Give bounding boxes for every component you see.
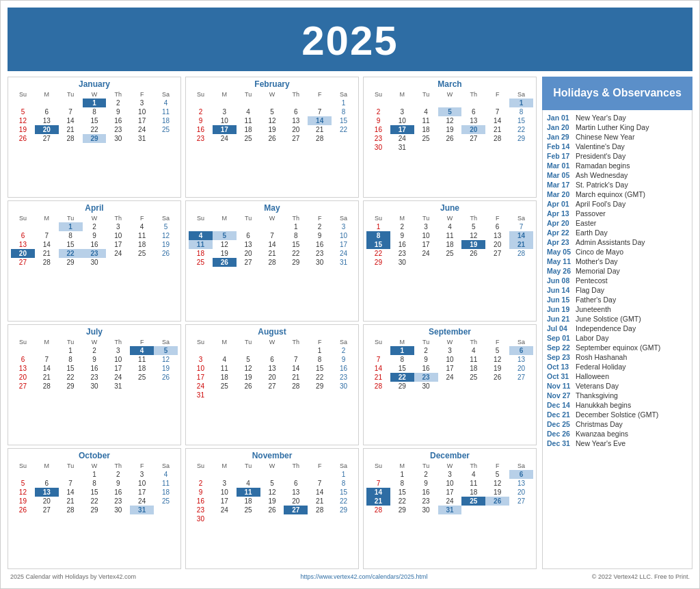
calendar-day: 10 bbox=[414, 231, 438, 240]
calendar-day: 25 bbox=[130, 373, 154, 382]
calendar-day: 8 bbox=[308, 355, 332, 364]
calendar-day bbox=[461, 258, 485, 267]
calendar-day: 9 bbox=[83, 231, 107, 240]
calendar-day bbox=[461, 506, 485, 514]
weekday-header: M bbox=[213, 214, 237, 222]
calendar-day: 20 bbox=[237, 249, 260, 258]
holiday-name: Halloween bbox=[576, 372, 609, 380]
calendar-day: 2 bbox=[332, 346, 355, 355]
holiday-date: Oct 13 bbox=[547, 363, 573, 371]
month-block-june: JuneSuMTuWThFSa1234567891011121314151617… bbox=[363, 200, 537, 322]
calendar-day: 23 bbox=[390, 249, 414, 258]
calendar-day: 5 bbox=[11, 479, 35, 488]
calendar-day: 8 bbox=[366, 231, 390, 240]
calendar-day: 3 bbox=[213, 479, 237, 488]
month-block-march: MarchSuMTuWThFSa123456789101112131415161… bbox=[363, 77, 537, 198]
calendar-day: 14 bbox=[308, 116, 332, 125]
footer-link[interactable]: https://www.vertex42.com/calendars/2025.… bbox=[300, 573, 427, 580]
holiday-entry: Apr 01April Fool's Day bbox=[547, 199, 688, 209]
calendar-day: 18 bbox=[130, 364, 154, 373]
calendar-day: 25 bbox=[213, 382, 237, 391]
weekday-header: W bbox=[438, 462, 462, 470]
weekday-header: F bbox=[130, 214, 154, 222]
calendar-day: 25 bbox=[461, 497, 485, 506]
calendar-day: 23 bbox=[83, 249, 107, 258]
calendar-day: 12 bbox=[260, 488, 284, 497]
month-table: SuMTuWThFSa12345678910111213141516171819… bbox=[11, 214, 178, 267]
calendar-day bbox=[366, 99, 390, 107]
calendar-day: 17 bbox=[130, 488, 154, 497]
calendar-day: 11 bbox=[189, 240, 213, 249]
holiday-date: Dec 26 bbox=[547, 430, 573, 438]
calendar-day: 9 bbox=[414, 479, 438, 488]
calendar-day: 27 bbox=[35, 506, 59, 514]
calendar-day: 30 bbox=[106, 134, 130, 143]
holiday-date: Mar 17 bbox=[547, 181, 573, 189]
calendar-day: 28 bbox=[260, 258, 284, 267]
calendar-day bbox=[485, 99, 509, 107]
holiday-name: Hanukkah begins bbox=[576, 401, 631, 409]
calendar-day: 27 bbox=[35, 134, 59, 143]
calendar-day: 21 bbox=[308, 497, 332, 506]
calendar-day: 11 bbox=[461, 479, 485, 488]
holiday-date: May 11 bbox=[547, 257, 573, 265]
calendar-day: 24 bbox=[213, 134, 237, 143]
calendar-day: 7 bbox=[509, 222, 533, 231]
calendar-day bbox=[485, 382, 509, 391]
calendar-day: 14 bbox=[366, 488, 390, 497]
calendar-day: 30 bbox=[414, 382, 438, 391]
holiday-name: Federal Holiday bbox=[576, 363, 626, 371]
month-block-may: MaySuMTuWThFSa12345678910111213141516171… bbox=[185, 200, 359, 322]
weekday-header: Su bbox=[11, 462, 35, 470]
main-body: JanuarySuMTuWThFSa1234567891011121314151… bbox=[8, 77, 692, 569]
calendar-day: 13 bbox=[509, 355, 533, 364]
calendar-day: 16 bbox=[366, 125, 390, 134]
weekday-header: F bbox=[485, 462, 509, 470]
calendar-day: 20 bbox=[35, 125, 59, 134]
weekday-header: M bbox=[213, 462, 237, 470]
calendar-day: 7 bbox=[260, 231, 284, 240]
calendar-day bbox=[485, 506, 509, 514]
calendar-day: 30 bbox=[83, 382, 107, 391]
month-block-november: NovemberSuMTuWThFSa123456789101112131415… bbox=[185, 448, 359, 569]
calendar-day: 7 bbox=[35, 355, 59, 364]
calendar-day: 1 bbox=[332, 99, 355, 107]
calendar-day: 28 bbox=[308, 506, 332, 514]
weekday-header: Su bbox=[189, 462, 213, 470]
month-title: February bbox=[189, 79, 355, 89]
weekday-header: M bbox=[35, 90, 59, 99]
calendar-day: 23 bbox=[83, 373, 107, 382]
weekday-header: F bbox=[308, 214, 332, 222]
calendar-day: 4 bbox=[461, 470, 485, 479]
calendar-day: 13 bbox=[461, 116, 485, 125]
calendar-day: 18 bbox=[213, 373, 237, 382]
weekday-header: M bbox=[213, 338, 237, 346]
holidays-sidebar: Holidays & Observances Jan 01New Year's … bbox=[542, 77, 692, 569]
holiday-name: Ramadan begins bbox=[576, 161, 630, 170]
calendar-day: 7 bbox=[366, 479, 390, 488]
holiday-date: Feb 17 bbox=[547, 152, 573, 160]
calendar-day bbox=[260, 222, 284, 231]
weekday-header: Su bbox=[189, 90, 213, 99]
weekday-header: Tu bbox=[414, 214, 438, 222]
month-title: December bbox=[366, 451, 533, 460]
calendar-day: 6 bbox=[35, 107, 59, 116]
calendar-day bbox=[366, 346, 390, 355]
calendar-day: 30 bbox=[366, 143, 390, 152]
weekday-header: Sa bbox=[509, 214, 533, 222]
calendar-day: 27 bbox=[11, 382, 35, 391]
calendar-day: 10 bbox=[332, 231, 355, 240]
calendar-day bbox=[332, 134, 355, 143]
calendar-day: 6 bbox=[11, 231, 35, 240]
weekday-header: Su bbox=[366, 462, 390, 470]
calendar-day: 1 bbox=[59, 346, 83, 355]
holiday-name: New Year's Eve bbox=[576, 439, 625, 447]
month-table: SuMTuWThFSa12345678910111213141516171819… bbox=[11, 90, 178, 143]
holiday-name: September equinox (GMT) bbox=[576, 343, 660, 352]
holiday-name: December Solstice (GMT) bbox=[576, 410, 658, 419]
calendar-day: 22 bbox=[308, 373, 332, 382]
holiday-entry: Mar 17St. Patrick's Day bbox=[547, 180, 688, 189]
calendar-day: 5 bbox=[438, 107, 462, 116]
holiday-date: Oct 31 bbox=[547, 372, 573, 380]
calendar-day: 7 bbox=[284, 355, 308, 364]
